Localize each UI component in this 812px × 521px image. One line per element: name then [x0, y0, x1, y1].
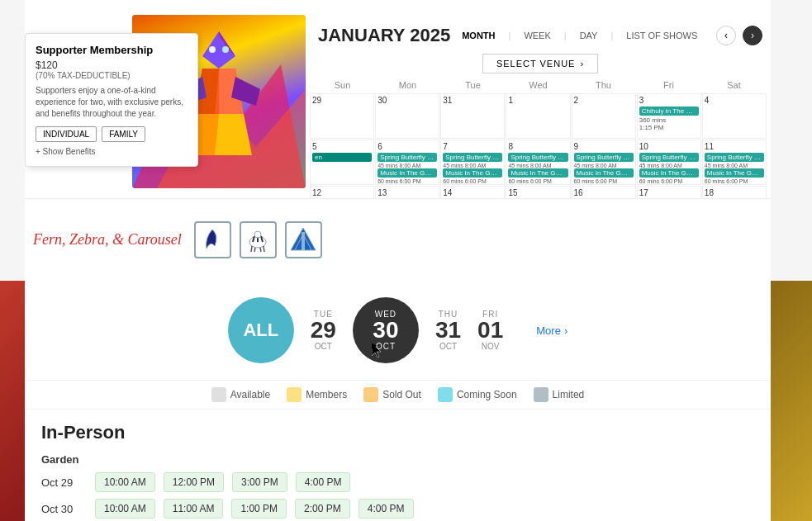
legend-label-available: Available	[230, 389, 270, 400]
main-container: Supporter Membership $120 (70% TAX-DEDUC…	[0, 0, 812, 521]
time-row-date-oct30: Oct 30	[41, 503, 87, 515]
cal-cell-6[interactable]: 6 Spring Butterfly Exhibit 45 mins 8:00 …	[375, 140, 439, 185]
date-item-oct29[interactable]: TUE 29 OCT	[311, 310, 336, 351]
all-label: ALL	[243, 320, 278, 341]
time-row-date-oct29: Oct 29	[41, 476, 87, 489]
date-num-29: 29	[311, 319, 336, 342]
time-chip-300pm-oct29[interactable]: 3:00 PM	[232, 472, 287, 492]
in-person-section: In-Person Garden Oct 29 10:00 AM 12:00 P…	[25, 410, 771, 521]
cal-cell-2[interactable]: 2	[572, 93, 636, 139]
date-num-01: 01	[477, 319, 503, 342]
cal-cell-29[interactable]: 29	[310, 93, 374, 139]
date-num-30: 30	[373, 319, 398, 342]
legend-coming-soon: Coming Soon	[438, 387, 517, 402]
date-item-oct31[interactable]: THU 31 OCT	[435, 310, 461, 351]
event-chihuly-jan3[interactable]: Chihuly In The Desert	[639, 107, 699, 116]
event-music-11[interactable]: Music In The Garden	[705, 168, 764, 178]
legend: Available Members Sold Out Coming Soon L…	[25, 380, 771, 410]
legend-dot-available	[211, 387, 226, 402]
more-chevron-icon: ›	[564, 324, 567, 337]
cal-cell-11[interactable]: 11 Spring Butterfly Exhibit 45 mins 8:00…	[702, 140, 767, 185]
calendar-nav: ‹ ›	[716, 26, 762, 45]
legend-dot-sold-out	[363, 387, 378, 402]
fern-icon-zebra	[240, 221, 277, 258]
time-chip-1200pm-oct29[interactable]: 12:00 PM	[164, 472, 224, 492]
select-venue-label: SELECT VENUE	[496, 59, 576, 69]
time-chip-1000am-oct29[interactable]: 10:00 AM	[95, 472, 155, 492]
next-month-button[interactable]: ›	[743, 26, 762, 45]
fern-icon-carousel	[285, 221, 322, 258]
cal-cell-4[interactable]: 4	[702, 93, 767, 139]
cal-cell-3[interactable]: 3 Chihuly In The Desert 360 mins 1:15 PM	[637, 93, 701, 139]
svg-rect-23	[302, 232, 305, 250]
more-dates-link[interactable]: More ›	[536, 324, 567, 337]
date-item-nov01[interactable]: FRI 01 NOV	[477, 310, 503, 351]
individual-button[interactable]: INDIVIDUAL	[36, 126, 97, 142]
prev-month-button[interactable]: ‹	[716, 26, 736, 45]
event-butterfly-9[interactable]: Spring Butterfly Exhibit	[574, 153, 634, 162]
show-benefits-link[interactable]: + Show Benefits	[36, 147, 188, 156]
event-butterfly-8[interactable]: Spring Butterfly Exhibit	[508, 153, 567, 162]
cal-cell-8[interactable]: 8 Spring Butterfly Exhibit 45 mins 8:00 …	[506, 140, 570, 185]
main-content: Supporter Membership $120 (70% TAX-DEDUC…	[25, 0, 771, 521]
membership-price: $120	[36, 59, 188, 71]
legend-members: Members	[287, 387, 347, 402]
time-chip-400pm-oct30[interactable]: 4:00 PM	[359, 499, 414, 519]
garden-label: Garden	[41, 453, 754, 466]
day-sat: Sat	[701, 78, 767, 92]
calendar-header: JANUARY 2025 MONTH | WEEK | DAY | LIST O…	[310, 25, 771, 46]
fern-title: Fern, Zebra, & Carousel	[33, 231, 182, 249]
time-chip-200pm-oct30[interactable]: 2:00 PM	[295, 499, 350, 519]
event-music-6[interactable]: Music In The Garden	[378, 168, 437, 178]
date-month-oct3: OCT	[435, 342, 461, 351]
family-button[interactable]: FAMILY	[102, 126, 145, 142]
event-music-9[interactable]: Music In The Garden	[574, 168, 634, 178]
cal-cell-9[interactable]: 9 Spring Butterfly Exhibit 45 mins 8:00 …	[572, 140, 636, 185]
day-thu: Thu	[571, 78, 636, 92]
svg-line-18	[251, 246, 252, 252]
cal-cell-7[interactable]: 7 Spring Butterfly Exhibit 45 mins 8:00 …	[440, 140, 505, 185]
cal-cell-31[interactable]: 31	[440, 93, 505, 139]
venue-chevron-icon: ›	[580, 59, 584, 69]
legend-dot-members	[287, 387, 302, 402]
event-music-8[interactable]: Music In The Garden	[508, 168, 567, 178]
event-butterfly-11[interactable]: Spring Butterfly Exhibit	[705, 153, 764, 162]
event-butterfly-7[interactable]: Spring Butterfly Exhibit	[443, 153, 502, 162]
select-venue-button[interactable]: SELECT VENUE ›	[482, 54, 598, 73]
event-music-7[interactable]: Music In The Garden	[443, 168, 502, 178]
tab-month[interactable]: MONTH	[458, 29, 498, 42]
legend-sold-out: Sold Out	[363, 387, 421, 402]
event-butterfly-10[interactable]: Spring Butterfly Exhibit	[639, 153, 699, 162]
date-all-button[interactable]: ALL	[228, 297, 294, 363]
cal-cell-jan1[interactable]: 1	[506, 93, 570, 139]
legend-label-members: Members	[306, 389, 347, 400]
fern-icon-leaf	[194, 221, 231, 258]
calendar-days-header: Sun Mon Tue Wed Thu Fri Sat	[310, 78, 767, 92]
date-item-oct30[interactable]: WED 30 OCT	[353, 297, 419, 363]
date-month-nov: NOV	[477, 342, 503, 351]
date-num-31: 31	[435, 319, 461, 342]
event-butterfly-6[interactable]: Spring Butterfly Exhibit	[378, 153, 437, 162]
select-venue-area: SELECT VENUE ›	[310, 54, 771, 73]
time-chip-1100am-oct30[interactable]: 11:00 AM	[164, 499, 224, 519]
event-en[interactable]: en	[312, 153, 372, 162]
svg-point-12	[222, 46, 229, 53]
legend-label-coming-soon: Coming Soon	[457, 389, 517, 400]
cal-cell-30[interactable]: 30	[375, 93, 439, 139]
tab-list-of-shows[interactable]: LIST OF SHOWS	[623, 29, 700, 42]
svg-line-21	[264, 246, 264, 252]
event-music-10[interactable]: Music In The Garden	[639, 168, 699, 178]
time-chip-400pm-oct29[interactable]: 4:00 PM	[296, 472, 351, 492]
time-chip-1000am-oct30[interactable]: 10:00 AM	[95, 499, 155, 519]
in-person-title: In-Person	[41, 422, 754, 443]
tab-week[interactable]: WEEK	[520, 29, 553, 42]
time-chip-100pm-oct30[interactable]: 1:00 PM	[231, 499, 287, 519]
cal-cell-10[interactable]: 10 Spring Butterfly Exhibit 45 mins 8:00…	[637, 140, 701, 185]
cal-cell-5[interactable]: 5 en	[310, 140, 374, 185]
legend-limited: Limited	[534, 387, 585, 402]
tab-day[interactable]: DAY	[577, 29, 601, 42]
fern-icons	[194, 221, 322, 258]
calendar-section: Supporter Membership $120 (70% TAX-DEDUC…	[25, 0, 771, 281]
date-selector: ALL TUE 29 OCT WED 30 OCT THU 31 OCT	[25, 281, 771, 380]
membership-title: Supporter Membership	[36, 44, 188, 56]
